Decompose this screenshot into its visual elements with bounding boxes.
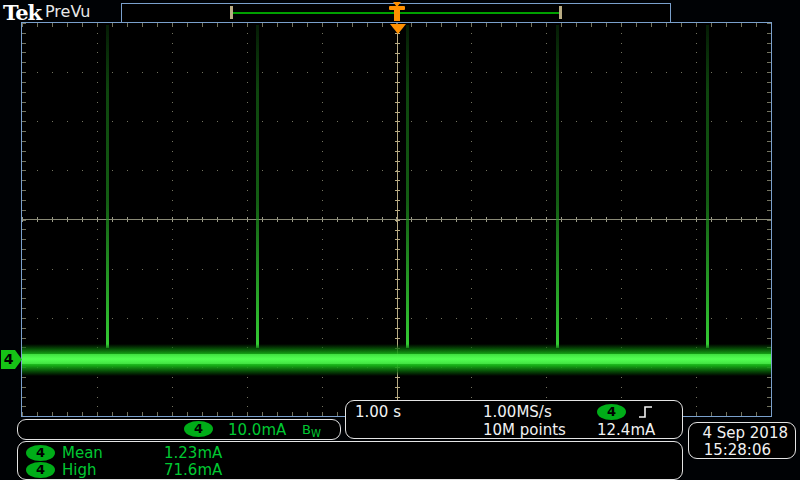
rising-edge-slope-icon — [638, 404, 654, 420]
measurement-value: 1.23mA — [164, 444, 222, 462]
record-view-bar[interactable] — [121, 3, 671, 23]
trigger-position-icon-stem — [394, 10, 400, 21]
trigger-position-icon[interactable] — [389, 2, 405, 21]
trigger-position-arrow-icon — [390, 24, 406, 34]
measurement-channel-badge: 4 — [26, 462, 55, 478]
acquisition-status: PreVu — [45, 2, 90, 21]
time-value: 15:28:06 — [704, 441, 771, 459]
channel-4-badge: 4 — [184, 421, 213, 437]
horizontal-scale: 1.00 s — [355, 403, 401, 421]
vertical-scale: 10.0mA — [228, 421, 286, 439]
waveform-baseline-core — [22, 354, 771, 364]
channel-4-level-marker[interactable]: 4 — [1, 350, 22, 369]
zoom-window-right-bracket[interactable] — [559, 6, 562, 19]
waveform-spike — [556, 25, 559, 348]
datetime-readout: 4 Sep 2018 15:28:06 — [688, 422, 796, 459]
trigger-source-badge: 4 — [597, 404, 626, 420]
oscilloscope-screen: Tek PreVu 4 4 10.0mA BW 1.00 — [0, 0, 800, 480]
channel-4-readout[interactable]: 4 10.0mA BW — [17, 419, 341, 440]
waveform-spike — [406, 25, 409, 348]
date-value: 4 Sep 2018 — [702, 424, 788, 442]
measurement-label: High — [62, 461, 96, 479]
sample-rate: 1.00MS/s — [483, 403, 552, 421]
waveform-spike — [106, 25, 109, 348]
zoom-window-left-bracket[interactable] — [230, 6, 233, 19]
trigger-level: 12.4mA — [597, 421, 655, 439]
measurements-readout[interactable]: 4 Mean 1.23mA 4 High 71.6mA — [17, 441, 683, 480]
bandwidth-limit-indicator: BW — [302, 422, 321, 439]
measurement-label: Mean — [62, 444, 103, 462]
bandwidth-limit-b: B — [302, 422, 311, 437]
measurement-channel-badge: 4 — [26, 445, 55, 461]
bandwidth-limit-w: W — [311, 428, 321, 439]
measurement-value: 71.6mA — [164, 461, 222, 479]
record-length: 10M points — [483, 421, 566, 439]
horizontal-trigger-readout[interactable]: 1.00 s 1.00MS/s 10M points 4 12.4mA — [345, 400, 683, 439]
graticule — [21, 22, 772, 417]
waveform-spike — [256, 25, 259, 348]
waveform-spike — [706, 25, 709, 348]
